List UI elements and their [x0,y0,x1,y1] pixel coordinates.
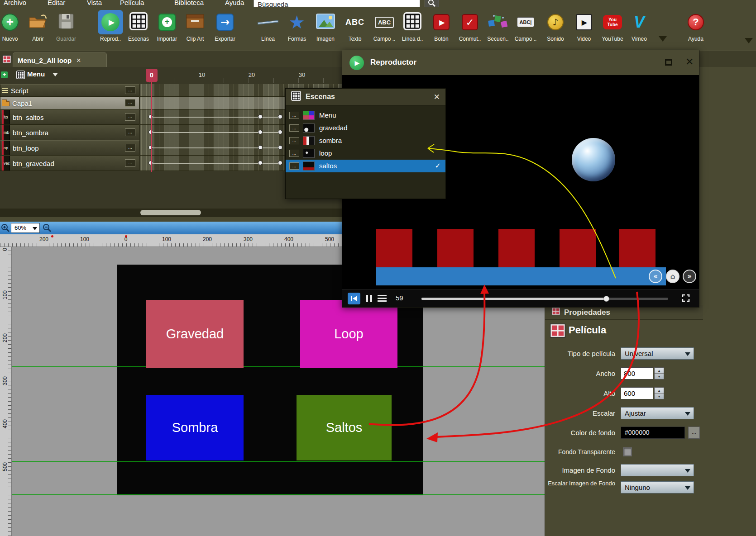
width-field[interactable] [621,367,653,379]
background-image-dropdown[interactable] [621,464,694,476]
keyframe[interactable] [148,130,153,134]
menu-editar[interactable]: Editar [48,0,65,6]
stage-button-loop[interactable]: Loop [300,300,397,368]
toolbar-boton[interactable]: ▶ Botón [427,9,455,42]
scene-options-button[interactable]: ... [289,150,299,157]
next-scene-button[interactable]: » [683,270,696,283]
player-title-bar[interactable]: ▶ Reproductor ✕ [342,50,699,75]
keyframe[interactable] [258,161,263,165]
stepper-up-icon[interactable]: ▲ [655,388,664,394]
height-stepper[interactable]: ▲▼ [654,387,664,399]
toolbar-nuevo[interactable]: + Nuevo [0,9,24,42]
movie-type-dropdown[interactable]: Universal [621,347,694,360]
keyframe[interactable] [258,130,263,134]
toolbar-clipart[interactable]: Clip Art [181,9,209,42]
zoom-out-icon[interactable] [43,223,52,234]
toolbar-formas[interactable]: ★ Formas [283,9,311,42]
seek-bar-thumb[interactable] [603,296,609,302]
scene-row-gravedad[interactable]: ... gravedad [286,122,445,134]
toolbar-video[interactable]: ▶ Video [570,9,598,42]
background-color-field[interactable]: #000000 [621,427,685,439]
transparent-background-checkbox[interactable] [623,447,632,456]
stage-button-saltos[interactable]: Saltos [297,395,392,460]
background-image-scale-dropdown[interactable]: Ninguno [621,481,694,493]
scene-options-button[interactable]: ... [289,124,299,132]
toolbar-linea-de-tiempo[interactable]: Línea d.. [398,9,426,42]
toolbar-guardar[interactable]: Guardar [52,9,80,42]
scene-row-saltos[interactable]: ... saltos ✓ [286,160,445,172]
layer-options-button[interactable]: ... [125,113,135,121]
toolbar-ayuda[interactable]: ? Ayuda [682,9,710,42]
home-button[interactable]: ⌂ [666,270,679,283]
layer-options-button[interactable]: ... [125,99,135,107]
seek-bar[interactable] [421,298,668,300]
keyframe[interactable] [278,161,282,165]
stepper-down-icon[interactable]: ▼ [655,394,664,399]
tab-menu-2-all-loop[interactable]: Menu_2_All loop ✕ [13,52,107,67]
keyframe[interactable] [148,145,153,150]
keyframe[interactable] [258,114,263,119]
layer-options-button[interactable]: ... [125,86,135,94]
toolbar-campo-texto[interactable]: ABC Campo .. [370,9,398,42]
toolbar-abrir[interactable]: Abrir [24,9,52,42]
scene-row-menu[interactable]: ... Menu [286,109,445,122]
player-menu-icon[interactable] [378,295,387,296]
menu-ayuda[interactable]: Ayuda [225,0,244,6]
tab-close-icon[interactable]: ✕ [76,57,81,64]
layer-options-button[interactable]: ... [125,144,135,152]
height-field[interactable] [621,387,653,399]
menu-pelicula[interactable]: Película [120,0,144,6]
layer-options-button[interactable]: ... [125,128,135,136]
width-stepper[interactable]: ▲▼ [654,367,664,379]
maximize-icon[interactable] [665,59,672,66]
menu-archivo[interactable]: Archivo [4,0,26,6]
scene-selector[interactable]: Menu [27,70,45,78]
color-picker-button[interactable]: ... [688,427,700,439]
prev-scene-button[interactable]: « [649,270,662,283]
stage-button-sombra[interactable]: Sombra [146,395,244,460]
zoom-level-select[interactable]: 60% [11,223,40,233]
menu-vista[interactable]: Vista [87,0,102,6]
scene-options-button[interactable]: ... [289,137,299,144]
scenes-title-bar[interactable]: Escenas ✕ [286,89,445,105]
timeline-scrollbar[interactable] [0,209,342,217]
close-icon[interactable]: ✕ [434,92,440,101]
keyframe[interactable] [148,114,153,119]
toolbar-linea[interactable]: Línea [254,9,282,42]
pause-icon[interactable] [370,295,372,302]
keyframe[interactable] [278,145,282,150]
add-layer-icon[interactable]: + [1,71,8,78]
toolbar-vimeo[interactable]: V Vimeo [625,9,653,42]
chevron-down-icon[interactable] [53,73,58,79]
toolbar-secuencia[interactable]: Secuen.. [484,9,512,42]
toolbar-escenas[interactable]: Escenas [124,9,153,42]
panel-menu-arrow[interactable] [745,38,753,47]
toolbar-campo-abc[interactable]: ABC| Campo .. [512,9,540,42]
menu-biblioteca[interactable]: Biblioteca [174,0,204,6]
scale-dropdown[interactable]: Ajustar [621,407,694,419]
toolbar-reproducir[interactable]: ▶ Reprod.. [96,9,124,42]
pause-icon[interactable] [366,295,368,302]
timeline-ruler[interactable]: 10 20 30 [140,67,342,83]
scene-row-loop[interactable]: ... loop [286,147,445,160]
stage-button-gravedad[interactable]: Gravedad [146,300,244,368]
stepper-down-icon[interactable]: ▼ [655,374,664,379]
playhead-marker[interactable]: 0 [146,69,158,82]
stepper-up-icon[interactable]: ▲ [655,368,664,374]
skip-to-start-button[interactable] [348,293,360,304]
toolbar-exportar[interactable]: → Exportar [211,9,239,42]
zoom-in-icon[interactable] [1,223,10,234]
keyframe[interactable] [148,161,153,165]
toolbar-conmutador[interactable]: ✓ Conmut.. [456,9,484,42]
toolbar-texto[interactable]: ABC Texto [341,9,369,42]
fullscreen-icon[interactable] [681,293,691,305]
keyframe[interactable] [278,114,282,119]
toolbar-sonido[interactable]: ♪ Sonido [541,9,569,42]
layer-options-button[interactable]: ... [125,159,135,167]
toolbar-importar[interactable]: + Importar [153,9,181,42]
close-icon[interactable]: ✕ [685,56,694,67]
scene-options-button[interactable]: ... [289,162,299,170]
toolbar-overflow-arrow[interactable] [659,36,667,46]
player-menu-icon[interactable] [378,300,387,302]
keyframe[interactable] [278,130,282,134]
